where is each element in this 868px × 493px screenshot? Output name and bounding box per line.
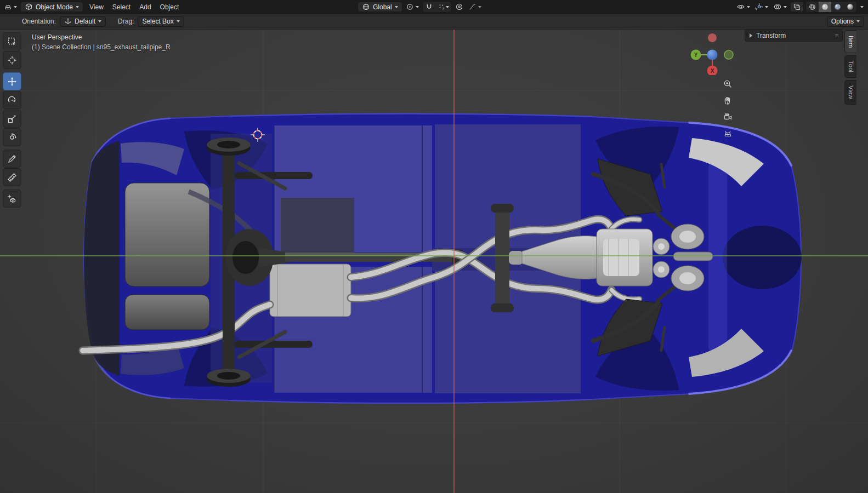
add-cube-icon xyxy=(7,194,17,204)
transform-orientation-select[interactable]: Global xyxy=(358,2,402,12)
overlays-select[interactable] xyxy=(771,2,788,12)
tool-select-box[interactable] xyxy=(3,32,21,50)
transform-panel-title: Transform xyxy=(756,32,831,39)
object-visibility-select[interactable] xyxy=(735,2,752,12)
chevron-down-icon xyxy=(856,20,860,22)
chevron-down-icon xyxy=(98,20,101,22)
proportional-falloff-select[interactable] xyxy=(467,2,483,12)
drag-value: Select Box xyxy=(142,18,173,25)
chevron-down-icon xyxy=(860,6,864,8)
transform-icon xyxy=(7,133,17,142)
chevron-down-icon xyxy=(446,6,449,8)
proportional-editing-toggle[interactable] xyxy=(453,2,465,12)
hand-icon xyxy=(723,96,733,105)
chevron-down-icon xyxy=(747,6,750,8)
proportional-editing-icon xyxy=(455,3,463,11)
viewport-info: User Perspective (1) Scene Collection | … xyxy=(32,32,171,52)
annotate-pencil-icon xyxy=(7,154,17,164)
mode-select-label: Object Mode xyxy=(36,3,73,11)
sidebar-tab-tool[interactable]: Tool xyxy=(844,55,856,78)
global-orientation-icon xyxy=(362,3,370,11)
pivot-point-select[interactable] xyxy=(404,2,421,12)
rotate-icon xyxy=(7,95,17,105)
shading-wireframe-button[interactable] xyxy=(806,2,819,12)
wireframe-sphere-icon xyxy=(808,3,816,11)
chevron-down-icon xyxy=(784,6,787,8)
gizmo-y-label: Y xyxy=(694,52,698,58)
ortho-toggle-button[interactable] xyxy=(720,125,735,141)
chevron-down-icon xyxy=(177,20,180,22)
xray-icon xyxy=(793,3,801,11)
pivot-point-icon xyxy=(406,3,414,11)
tool-transform[interactable] xyxy=(3,128,21,146)
gizmo-x-label: X xyxy=(711,68,714,74)
drag-label: Drag: xyxy=(118,18,134,25)
tool-settings-bar: Orientation: Default Drag: Select Box Op… xyxy=(0,14,868,30)
menu-select[interactable]: Select xyxy=(108,2,135,13)
sidebar-tab-view[interactable]: View xyxy=(844,80,856,105)
tool-move[interactable] xyxy=(3,72,21,90)
tool-orientation-select[interactable]: Default xyxy=(60,16,106,27)
navigation-gizmo[interactable]: Y X xyxy=(689,29,735,75)
menu-add[interactable]: Add xyxy=(135,2,155,13)
select-box-icon xyxy=(7,37,17,47)
tool-scale[interactable] xyxy=(3,110,21,128)
chevron-down-icon xyxy=(478,6,481,8)
sidebar-tab-item[interactable]: Item xyxy=(844,30,856,53)
options-button[interactable]: Options xyxy=(827,16,864,27)
drag-select[interactable]: Select Box xyxy=(138,16,184,27)
shading-rendered-button[interactable] xyxy=(844,2,856,12)
tool-measure[interactable] xyxy=(3,168,21,186)
active-object-breadcrumb: (1) Scene Collection | sn95_exhaust_tail… xyxy=(32,42,171,52)
panel-grip-icon[interactable]: ≡ xyxy=(835,32,838,39)
cube-icon xyxy=(25,3,33,11)
tool-add-cube[interactable] xyxy=(3,190,21,208)
solid-sphere-icon xyxy=(821,3,829,11)
pan-button[interactable] xyxy=(720,93,735,108)
gizmo-neg-x-handle[interactable] xyxy=(708,33,717,42)
shading-solid-button[interactable] xyxy=(819,2,831,12)
transform-panel-header[interactable]: Transform ≡ xyxy=(745,30,843,42)
material-sphere-icon xyxy=(833,3,842,11)
gizmo-icon xyxy=(755,3,763,11)
viewport-3d[interactable]: User Perspective (1) Scene Collection | … xyxy=(0,29,868,493)
tool-column xyxy=(3,32,21,208)
camera-icon xyxy=(723,112,733,122)
panel-collapse-arrow-icon xyxy=(750,33,752,38)
shading-modes xyxy=(805,1,857,13)
view-perspective-label: User Perspective xyxy=(32,32,171,42)
mode-select[interactable]: Object Mode xyxy=(20,2,83,12)
main-menus: View Select Add Object xyxy=(85,2,183,13)
move-icon xyxy=(7,77,17,87)
snap-increment-icon xyxy=(438,3,446,11)
options-label: Options xyxy=(831,18,854,25)
tool-cursor[interactable] xyxy=(3,51,21,69)
zoom-icon xyxy=(723,79,733,89)
menu-view[interactable]: View xyxy=(85,2,108,13)
shading-options-select[interactable] xyxy=(859,5,865,9)
menu-object[interactable]: Object xyxy=(156,2,184,13)
scene-render xyxy=(0,29,868,493)
axes-icon xyxy=(64,18,72,25)
gizmos-select[interactable] xyxy=(753,2,770,12)
zoom-button[interactable] xyxy=(720,76,735,91)
tool-annotate[interactable] xyxy=(3,150,21,168)
gizmo-z-handle[interactable] xyxy=(707,50,718,60)
measure-ruler-icon xyxy=(7,173,17,182)
shading-material-button[interactable] xyxy=(831,2,844,12)
viewport-editor-icon xyxy=(4,3,12,11)
perspective-grid-icon xyxy=(723,129,733,138)
camera-view-button[interactable] xyxy=(720,109,735,124)
eye-icon xyxy=(736,3,745,11)
snap-toggle[interactable] xyxy=(423,2,435,12)
chevron-down-icon xyxy=(416,6,419,8)
editor-type-menu[interactable] xyxy=(2,2,19,12)
chevron-down-icon xyxy=(395,6,398,8)
scale-icon xyxy=(7,114,17,124)
xray-toggle[interactable] xyxy=(790,2,804,12)
orientation-label: Orientation: xyxy=(22,18,56,25)
cursor-3d-icon xyxy=(7,55,17,65)
tool-rotate[interactable] xyxy=(3,91,21,109)
gizmo-neg-y-handle[interactable] xyxy=(724,50,733,59)
snap-settings-select[interactable] xyxy=(435,2,451,12)
